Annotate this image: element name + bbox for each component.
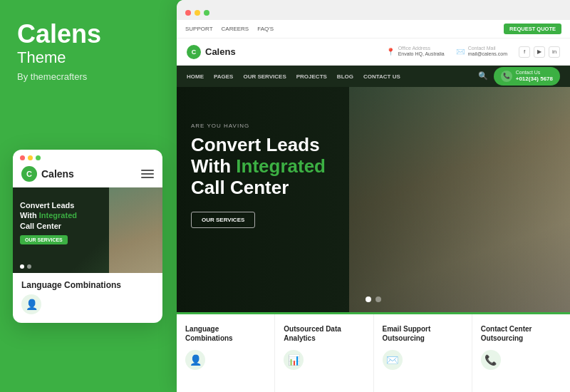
topbar-link-careers[interactable]: CAREERS [222,26,249,32]
bottom-card-title-1: Outsourced Data Analytics [284,324,364,343]
topbar-link-faq[interactable]: FAQ'S [257,26,274,32]
mobile-card-dots [13,150,162,163]
dot-yellow [28,155,33,160]
mobile-card-header: C Calens [13,163,162,187]
hero-heading-line1: Convert Leads [191,134,320,155]
office-value: Envato HQ, Australia [398,51,445,57]
browser-dot-3 [204,10,209,16]
topbar-links: SUPPORT CAREERS FAQ'S [185,26,274,32]
nav-projects[interactable]: PROJECTS [296,73,327,80]
mobile-language-card: Language Combinations 👤 [13,273,162,323]
nav-our-services[interactable]: OUR SERVICES [243,73,286,80]
mail-label: Contact Mail [468,46,507,51]
left-panel: Calens Theme By themecrafters C Calens C… [0,0,177,392]
office-label: Office Address [398,46,445,51]
request-quote-button[interactable]: REQUEST QUOTE [504,24,561,34]
bottom-card-1[interactable]: Outsourced Data Analytics 📊 [275,314,373,392]
hero-heading-line2: With [191,155,231,177]
hero-cta-button[interactable]: OUR SERVICES [191,212,255,228]
site-topbar: SUPPORT CAREERS FAQ'S REQUEST QUOTE [177,20,570,38]
contact-label: Contact Us [516,70,553,76]
bottom-card-0[interactable]: Language Combinations 👤 [177,314,275,392]
bottom-card-title-0: Language Combinations [185,324,266,343]
hero-heading-line3: Call Center [191,177,289,198]
bottom-card-title-2: Email Support Outsourcing [383,324,463,343]
hero-slider-dots [366,296,381,302]
phone-icon: 📞 [501,71,512,82]
bottom-card-icon-0: 👤 [185,350,205,370]
nav-links: HOME PAGES OUR SERVICES PROJECTS BLOG CO… [187,73,400,80]
brand-name: Calens [17,21,160,47]
site-nav: HOME PAGES OUR SERVICES PROJECTS BLOG CO… [177,66,570,87]
mobile-heading-line2: With [20,211,37,220]
mobile-heading-line1: Convert Leads [20,201,74,210]
nav-right: 🔍 📞 Contact Us +012(34) 5678 [478,67,560,86]
location-icon: 📍 [386,48,395,56]
dot-red [20,155,25,160]
mobile-hero: Convert Leads With Integrated Call Cente… [13,187,162,273]
site-logo: C Calens [187,45,236,59]
browser-dot-2 [195,10,200,16]
mobile-logo: C Calens [21,166,74,182]
dot-green [36,155,41,160]
hero-heading-highlight: Integrated [236,155,326,177]
browser-dot-1 [185,10,191,16]
contact-text: Contact Us +012(34) 5678 [516,70,553,83]
bottom-card-icon-2: ✉️ [383,350,403,370]
mobile-hero-text: Convert Leads With Integrated Call Cente… [20,200,77,244]
nav-blog[interactable]: BLOG [337,73,353,80]
hero-dot-1 [366,296,371,302]
mobile-slider-dots [20,264,31,269]
mobile-lang-title: Language Combinations [21,280,154,290]
site-header: C Calens 📍 Office Address Envato HQ, Aus… [177,38,570,66]
mobile-lang-icon: 👤 [21,294,41,314]
contact-phone: +012(34) 5678 [516,76,553,83]
bottom-card-icon-3: 📞 [481,350,501,370]
hero-content: ARE YOU HAVING Convert Leads With Integr… [191,123,326,228]
browser-chrome [177,0,570,20]
site-logo-name: Calens [205,46,236,57]
slide-dot-1 [20,264,24,269]
site-hero: ARE YOU HAVING Convert Leads With Integr… [177,87,570,312]
mail-value: mail@calens.com [468,51,507,57]
slide-dot-2 [27,264,31,269]
by-line: By themecrafters [17,71,160,82]
search-icon[interactable]: 🔍 [478,71,488,81]
hero-dot-2 [375,296,381,302]
hamburger-menu[interactable] [141,170,154,178]
nav-contact-us[interactable]: CONTACT US [363,73,400,80]
mobile-logo-icon: C [21,166,37,182]
nav-pages[interactable]: PAGES [214,73,233,80]
mobile-logo-name: Calens [41,168,74,180]
bottom-card-3[interactable]: Contact Center Outsourcing 📞 [472,314,570,392]
hero-pre-heading: ARE YOU HAVING [191,123,326,129]
mobile-cta-button[interactable]: OUR SERVICES [20,235,68,244]
nav-home[interactable]: HOME [187,73,204,80]
bottom-card-icon-1: 📊 [284,350,304,370]
mobile-hero-image [109,187,162,273]
right-panel: SUPPORT CAREERS FAQ'S REQUEST QUOTE C Ca… [177,0,570,392]
office-info: 📍 Office Address Envato HQ, Australia [386,46,445,57]
hero-heading: Convert Leads With Integrated Call Cente… [191,135,326,199]
mobile-card: C Calens Convert Leads With Integrated C… [13,150,162,323]
social-icons: f ▶ in [519,46,560,58]
contact-button[interactable]: 📞 Contact Us +012(34) 5678 [494,67,560,86]
topbar-link-support[interactable]: SUPPORT [185,26,213,32]
instagram-icon[interactable]: in [549,46,560,58]
mail-icon: ✉️ [456,48,465,56]
facebook-icon[interactable]: f [519,46,530,58]
bottom-card-2[interactable]: Email Support Outsourcing ✉️ [374,314,472,392]
header-info: 📍 Office Address Envato HQ, Australia ✉️… [386,46,560,57]
mobile-heading-line3: Call Center [20,222,61,230]
mail-info: ✉️ Contact Mail mail@calens.com [456,46,507,57]
bottom-card-title-3: Contact Center Outsourcing [481,324,561,343]
mobile-heading-highlight: Integrated [39,211,77,220]
youtube-icon[interactable]: ▶ [534,46,545,58]
site-logo-icon: C [187,45,201,59]
mobile-hero-heading: Convert Leads With Integrated Call Cente… [20,200,77,231]
brand-sub: Theme [17,48,160,67]
bottom-cards: Language Combinations 👤 Outsourced Data … [177,312,570,392]
